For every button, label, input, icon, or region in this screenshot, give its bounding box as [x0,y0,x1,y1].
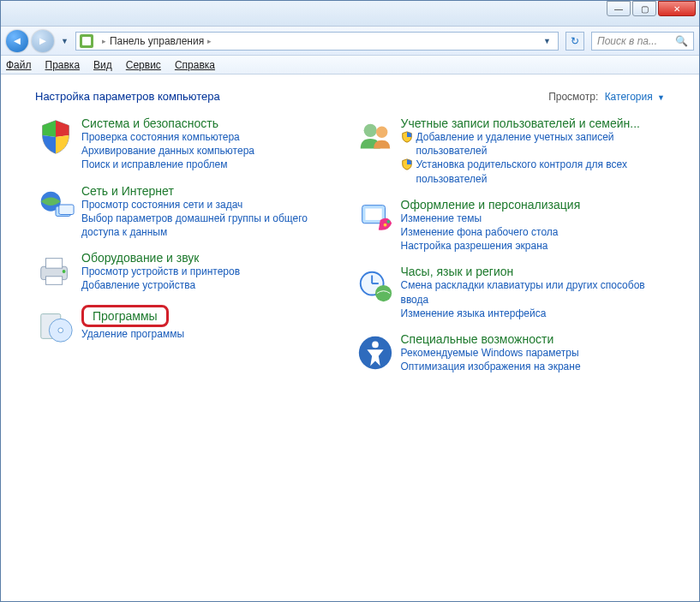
menu-tools[interactable]: Сервис [126,59,161,71]
category-programs: Программы Удаление программы [35,305,346,346]
category-title[interactable]: Оборудование и звук [81,251,200,265]
printer-hardware-icon [35,251,76,292]
search-icon: 🔍 [675,35,688,47]
view-selector[interactable]: Просмотр: Категория ▼ [548,91,665,103]
category-link[interactable]: Установка родительского контроля для все… [401,158,666,185]
category-link[interactable]: Настройка разрешения экрана [401,239,666,253]
category-user-accounts: Учетные записи пользователей и семейн...… [355,116,666,186]
category-link[interactable]: Изменение темы [401,212,666,225]
forward-button[interactable]: ► [32,30,54,52]
category-title[interactable]: Часы, язык и регион [401,265,514,278]
programs-disc-icon [35,305,76,346]
uac-shield-icon [401,158,413,170]
appearance-icon [355,198,396,239]
minimize-button[interactable]: — [607,1,631,16]
category-network-internet: Сеть и Интернет Просмотр состояния сети … [35,184,346,240]
back-button[interactable]: ◄ [6,30,28,52]
category-system-security: Система и безопасность Проверка состояни… [35,116,346,172]
right-column: Учетные записи пользователей и семейн...… [355,116,666,385]
history-dropdown[interactable]: ▼ [57,37,72,45]
menu-help[interactable]: Справка [175,59,215,71]
category-title[interactable]: Система и безопасность [81,116,218,130]
refresh-button[interactable]: ↻ [565,32,584,51]
category-link[interactable]: Изменение языка интерфейса [401,307,666,320]
svg-point-15 [386,220,390,224]
network-globe-icon [35,184,76,225]
highlight-annotation: Программы [81,305,169,327]
category-link[interactable]: Добавление и удаление учетных записей по… [401,130,666,158]
page-title: Настройка параметров компьютера [35,90,220,103]
breadcrumb-root[interactable]: Панель управления [110,35,204,47]
titlebar: — ▢ ✕ [1,1,699,27]
category-link[interactable]: Поиск и исправление проблем [81,158,346,171]
menu-view[interactable]: Вид [93,59,112,71]
svg-rect-4 [46,259,63,269]
category-columns: Система и безопасность Проверка состояни… [35,116,665,385]
svg-point-9 [58,327,63,332]
address-bar[interactable]: ▸ Панель управления ▸ ▼ [75,32,559,51]
menu-file[interactable]: Файл [6,59,32,71]
svg-rect-2 [59,205,74,215]
address-dropdown[interactable]: ▼ [540,37,554,45]
control-panel-icon [80,34,93,48]
category-ease-of-access: Специальные возможности Рекомендуемые Wi… [355,332,666,373]
menu-edit[interactable]: Правка [45,59,81,71]
close-button[interactable]: ✕ [658,1,696,16]
category-link[interactable]: Смена раскладки клавиатуры или других сп… [401,278,666,306]
category-link[interactable]: Просмотр состояния сети и задач [81,198,346,212]
svg-point-11 [375,127,386,138]
chevron-down-icon: ▼ [657,93,665,102]
clock-region-icon [355,265,396,306]
shield-security-icon [35,116,76,158]
category-link[interactable]: Архивирование данных компьютера [81,144,346,158]
category-appearance-personalization: Оформление и персонализация Изменение те… [355,198,666,253]
category-title[interactable]: Программы [93,309,158,323]
category-link[interactable]: Просмотр устройств и принтеров [81,265,346,278]
svg-point-21 [372,341,379,348]
left-column: Система и безопасность Проверка состояни… [35,116,346,385]
category-title[interactable]: Сеть и Интернет [81,184,174,198]
category-link[interactable]: Оптимизация изображения на экране [401,360,666,373]
uac-shield-icon [401,131,413,143]
category-link[interactable]: Рекомендуемые Windows параметры [401,346,666,360]
content-area: Настройка параметров компьютера Просмотр… [1,75,699,601]
maximize-button[interactable]: ▢ [632,1,656,16]
svg-rect-5 [46,277,63,285]
breadcrumb-separator[interactable]: ▸ [207,37,212,45]
view-value: Категория [605,91,653,103]
search-placeholder: Поиск в па... [597,35,657,47]
category-hardware-sound: Оборудование и звук Просмотр устройств и… [35,251,346,292]
category-link[interactable]: Добавление устройства [81,278,346,292]
control-panel-window: — ▢ ✕ ◄ ► ▼ ▸ Панель управления ▸ ▼ ↻ По… [0,0,700,602]
search-input[interactable]: Поиск в па... 🔍 [591,32,694,51]
category-link[interactable]: Удаление программы [81,327,346,341]
navigation-bar: ◄ ► ▼ ▸ Панель управления ▸ ▼ ↻ Поиск в … [1,27,699,56]
breadcrumb-separator: ▸ [102,37,106,45]
ease-of-access-icon [355,332,396,373]
category-clock-language-region: Часы, язык и регион Смена раскладки клав… [355,265,666,320]
menu-bar: Файл Правка Вид Сервис Справка [1,56,699,75]
user-accounts-icon [355,116,396,158]
svg-point-6 [63,270,66,273]
category-link[interactable]: Выбор параметров домашней группы и общег… [81,212,346,239]
svg-point-10 [363,124,376,137]
svg-point-19 [375,285,392,301]
view-label: Просмотр: [548,91,598,103]
category-title[interactable]: Специальные возможности [401,332,554,346]
content-header: Настройка параметров компьютера Просмотр… [35,90,665,103]
category-title[interactable]: Оформление и персонализация [401,198,581,212]
svg-point-14 [383,224,386,227]
svg-rect-13 [365,208,381,219]
category-title[interactable]: Учетные записи пользователей и семейн... [401,116,640,130]
category-link[interactable]: Изменение фона рабочего стола [401,225,666,239]
category-link[interactable]: Проверка состояния компьютера [81,130,346,144]
